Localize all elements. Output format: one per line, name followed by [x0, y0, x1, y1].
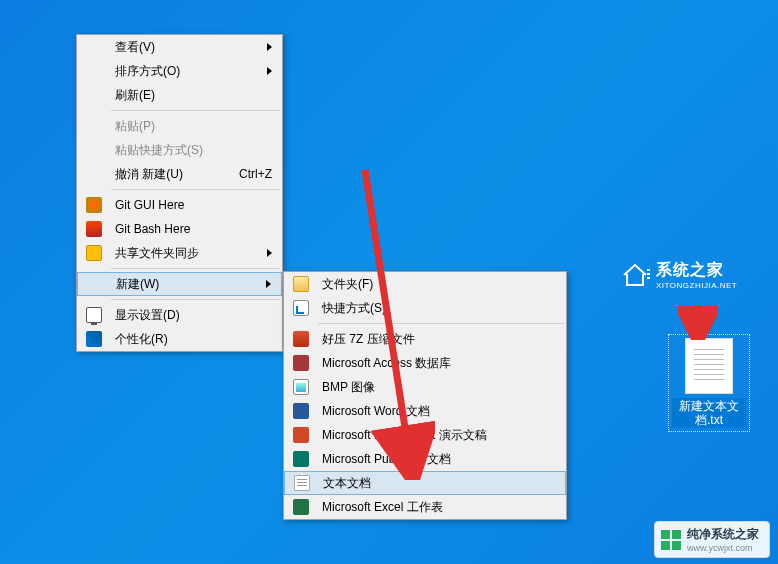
menu-new-label: 新建(W) [108, 276, 266, 293]
menu-git-gui[interactable]: Git GUI Here [77, 193, 282, 217]
menu-sort[interactable]: 排序方式(O) [77, 59, 282, 83]
submenu-word-icon-slot [288, 399, 314, 423]
access-icon [293, 355, 309, 371]
git-bash-icon [86, 221, 102, 237]
main-menu-separator [111, 268, 280, 269]
desktop-context-menu: 查看(V)排序方式(O)刷新(E)粘贴(P)粘贴快捷方式(S)撤消 新建(U)C… [76, 34, 283, 352]
menu-paste-shortcut-icon-slot [81, 138, 107, 162]
submenu-arrow-icon [267, 43, 272, 51]
menu-git-bash-label: Git Bash Here [107, 222, 276, 236]
main-menu-separator [111, 189, 280, 190]
menu-undo-new-icon-slot [81, 162, 107, 186]
pub-icon [293, 451, 309, 467]
logo-title-cn: 系统之家 [656, 260, 737, 281]
submenu-word[interactable]: Microsoft Word 文档 [284, 399, 566, 423]
submenu-word-label: Microsoft Word 文档 [314, 403, 560, 420]
submenu-arrow-icon [266, 280, 271, 288]
new-submenu: 文件夹(F)快捷方式(S)好压 7Z 压缩文件Microsoft Access … [283, 271, 567, 520]
bmp-icon [293, 379, 309, 395]
menu-paste-icon-slot [81, 114, 107, 138]
personalize-icon [86, 331, 102, 347]
menu-sort-label: 排序方式(O) [107, 63, 267, 80]
submenu-powerpoint[interactable]: Microsoft PowerPoint 演示文稿 [284, 423, 566, 447]
menu-refresh-icon-slot [81, 83, 107, 107]
watermark-logo-icon [661, 530, 681, 550]
menu-undo-new-shortcut: Ctrl+Z [239, 167, 276, 181]
watermark-title-cn: 纯净系统之家 [687, 526, 759, 543]
submenu-publisher[interactable]: Microsoft Publisher 文档 [284, 447, 566, 471]
submenu-excel-icon-slot [288, 495, 314, 519]
submenu-text-document[interactable]: 文本文档 [284, 471, 566, 495]
submenu-text-document-icon-slot [289, 472, 315, 494]
watermark-title-en: www.ycwjxt.com [687, 543, 759, 553]
word-icon [293, 403, 309, 419]
desktop-file-label: 新建文本文档.txt [672, 398, 746, 428]
submenu-excel-label: Microsoft Excel 工作表 [314, 499, 560, 516]
menu-personalize[interactable]: 个性化(R) [77, 327, 282, 351]
menu-new[interactable]: 新建(W) [77, 272, 282, 296]
submenu-access-icon-slot [288, 351, 314, 375]
submenu-excel[interactable]: Microsoft Excel 工作表 [284, 495, 566, 519]
submenu-7z[interactable]: 好压 7Z 压缩文件 [284, 327, 566, 351]
brand-logo: 系统之家 XITONGZHIJIA.NET [620, 260, 737, 290]
menu-share-sync-icon-slot [81, 241, 107, 265]
git-gui-icon [86, 197, 102, 213]
submenu-shortcut-label: 快捷方式(S) [314, 300, 560, 317]
7z-icon [293, 331, 309, 347]
submenu-arrow-icon [267, 249, 272, 257]
menu-new-icon-slot [82, 273, 108, 295]
menu-git-gui-label: Git GUI Here [107, 198, 276, 212]
menu-git-gui-icon-slot [81, 193, 107, 217]
menu-view[interactable]: 查看(V) [77, 35, 282, 59]
menu-git-bash-icon-slot [81, 217, 107, 241]
desktop-file-new-text[interactable]: 新建文本文档.txt [670, 336, 748, 430]
menu-git-bash[interactable]: Git Bash Here [77, 217, 282, 241]
submenu-folder-icon-slot [288, 272, 314, 296]
menu-view-label: 查看(V) [107, 39, 267, 56]
submenu-bmp[interactable]: BMP 图像 [284, 375, 566, 399]
main-menu-separator [111, 299, 280, 300]
shortcut-icon [293, 300, 309, 316]
menu-undo-new-label: 撤消 新建(U) [107, 166, 239, 183]
menu-paste: 粘贴(P) [77, 114, 282, 138]
submenu-bmp-label: BMP 图像 [314, 379, 560, 396]
main-menu-separator [111, 110, 280, 111]
menu-share-sync-label: 共享文件夹同步 [107, 245, 267, 262]
submenu-folder-label: 文件夹(F) [314, 276, 560, 293]
submenu-publisher-icon-slot [288, 447, 314, 471]
submenu-access[interactable]: Microsoft Access 数据库 [284, 351, 566, 375]
menu-view-icon-slot [81, 35, 107, 59]
menu-refresh-label: 刷新(E) [107, 87, 276, 104]
menu-personalize-label: 个性化(R) [107, 331, 276, 348]
menu-paste-shortcut: 粘贴快捷方式(S) [77, 138, 282, 162]
submenu-powerpoint-icon-slot [288, 423, 314, 447]
menu-sort-icon-slot [81, 59, 107, 83]
submenu-access-label: Microsoft Access 数据库 [314, 355, 560, 372]
menu-display-settings-icon-slot [81, 303, 107, 327]
share-icon [86, 245, 102, 261]
excel-icon [293, 499, 309, 515]
submenu-powerpoint-label: Microsoft PowerPoint 演示文稿 [314, 427, 560, 444]
sub-menu-separator [318, 323, 564, 324]
house-icon [620, 262, 650, 288]
annotation-arrow-2 [678, 300, 718, 340]
menu-paste-label: 粘贴(P) [107, 118, 276, 135]
source-watermark: 纯净系统之家 www.ycwjxt.com [654, 521, 770, 558]
menu-undo-new[interactable]: 撤消 新建(U)Ctrl+Z [77, 162, 282, 186]
submenu-shortcut[interactable]: 快捷方式(S) [284, 296, 566, 320]
submenu-arrow-icon [267, 67, 272, 75]
submenu-7z-label: 好压 7Z 压缩文件 [314, 331, 560, 348]
menu-paste-shortcut-label: 粘贴快捷方式(S) [107, 142, 276, 159]
menu-refresh[interactable]: 刷新(E) [77, 83, 282, 107]
folder-icon [293, 276, 309, 292]
submenu-publisher-label: Microsoft Publisher 文档 [314, 451, 560, 468]
menu-display-settings-label: 显示设置(D) [107, 307, 276, 324]
menu-display-settings[interactable]: 显示设置(D) [77, 303, 282, 327]
submenu-shortcut-icon-slot [288, 296, 314, 320]
menu-share-sync[interactable]: 共享文件夹同步 [77, 241, 282, 265]
submenu-bmp-icon-slot [288, 375, 314, 399]
submenu-folder[interactable]: 文件夹(F) [284, 272, 566, 296]
ppt-icon [293, 427, 309, 443]
logo-title-en: XITONGZHIJIA.NET [656, 281, 737, 290]
submenu-text-document-label: 文本文档 [315, 475, 559, 492]
